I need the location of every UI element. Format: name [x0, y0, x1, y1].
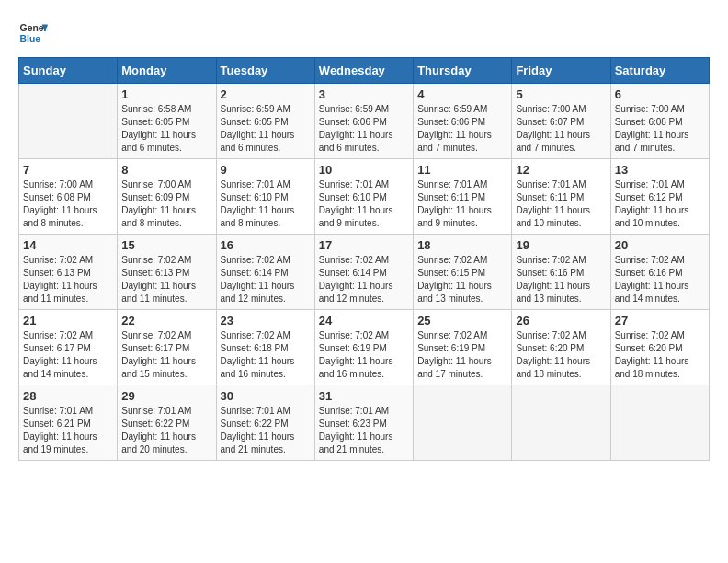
logo-icon: General Blue: [18, 18, 48, 48]
calendar-table: SundayMondayTuesdayWednesdayThursdayFrid…: [18, 57, 710, 461]
day-number: 20: [615, 238, 705, 252]
day-detail: Sunrise: 7:02 AMSunset: 6:14 PMDaylight:…: [319, 254, 409, 305]
day-number: 2: [221, 87, 311, 101]
day-cell: 27Sunrise: 7:02 AMSunset: 6:20 PMDayligh…: [610, 310, 709, 385]
day-cell: 7Sunrise: 7:00 AMSunset: 6:08 PMDaylight…: [19, 159, 118, 235]
day-detail: Sunrise: 7:01 AMSunset: 6:22 PMDaylight:…: [221, 405, 311, 456]
calendar-body: 1Sunrise: 6:58 AMSunset: 6:05 PMDaylight…: [19, 84, 710, 461]
day-cell: 4Sunrise: 6:59 AMSunset: 6:06 PMDaylight…: [414, 84, 512, 159]
day-number: 16: [221, 238, 311, 252]
day-detail: Sunrise: 7:02 AMSunset: 6:15 PMDaylight:…: [417, 254, 507, 305]
header-day-wednesday: Wednesday: [314, 58, 413, 84]
logo: General Blue: [18, 18, 51, 48]
day-number: 6: [615, 87, 705, 101]
day-number: 30: [221, 389, 311, 403]
day-cell: [512, 385, 610, 461]
day-cell: 17Sunrise: 7:02 AMSunset: 6:14 PMDayligh…: [314, 235, 413, 310]
day-number: 14: [23, 238, 113, 252]
day-cell: 23Sunrise: 7:02 AMSunset: 6:18 PMDayligh…: [216, 310, 314, 385]
page-header: General Blue: [18, 18, 710, 48]
day-cell: 29Sunrise: 7:01 AMSunset: 6:22 PMDayligh…: [118, 385, 216, 461]
day-cell: 9Sunrise: 7:01 AMSunset: 6:10 PMDaylight…: [216, 159, 314, 235]
day-detail: Sunrise: 7:02 AMSunset: 6:17 PMDaylight:…: [23, 329, 113, 381]
day-detail: Sunrise: 6:59 AMSunset: 6:05 PMDaylight:…: [221, 103, 311, 155]
day-number: 10: [319, 163, 409, 177]
day-detail: Sunrise: 7:02 AMSunset: 6:16 PMDaylight:…: [615, 254, 705, 305]
day-detail: Sunrise: 7:00 AMSunset: 6:09 PMDaylight:…: [121, 178, 211, 230]
day-number: 25: [417, 314, 507, 327]
day-cell: 5Sunrise: 7:00 AMSunset: 6:07 PMDaylight…: [512, 84, 610, 159]
day-detail: Sunrise: 6:58 AMSunset: 6:05 PMDaylight:…: [121, 103, 211, 155]
day-detail: Sunrise: 7:01 AMSunset: 6:10 PMDaylight:…: [319, 178, 409, 230]
day-cell: 28Sunrise: 7:01 AMSunset: 6:21 PMDayligh…: [19, 385, 118, 461]
day-cell: 19Sunrise: 7:02 AMSunset: 6:16 PMDayligh…: [512, 235, 610, 310]
day-number: 9: [221, 163, 311, 177]
day-cell: 6Sunrise: 7:00 AMSunset: 6:08 PMDaylight…: [610, 84, 709, 159]
day-cell: 30Sunrise: 7:01 AMSunset: 6:22 PMDayligh…: [216, 385, 314, 461]
day-number: 22: [121, 314, 211, 327]
day-number: 24: [319, 314, 409, 327]
day-detail: Sunrise: 7:02 AMSunset: 6:18 PMDaylight:…: [221, 329, 311, 381]
day-cell: 16Sunrise: 7:02 AMSunset: 6:14 PMDayligh…: [216, 235, 314, 310]
day-detail: Sunrise: 7:02 AMSunset: 6:20 PMDaylight:…: [516, 329, 606, 381]
day-number: 27: [615, 314, 705, 327]
day-cell: [19, 84, 118, 159]
day-cell: 18Sunrise: 7:02 AMSunset: 6:15 PMDayligh…: [414, 235, 512, 310]
day-cell: [414, 385, 512, 461]
day-number: 12: [516, 163, 606, 177]
day-detail: Sunrise: 7:00 AMSunset: 6:07 PMDaylight:…: [516, 103, 606, 155]
day-number: 11: [417, 163, 507, 177]
day-number: 5: [516, 87, 606, 101]
day-detail: Sunrise: 7:02 AMSunset: 6:13 PMDaylight:…: [121, 254, 211, 305]
day-cell: 31Sunrise: 7:01 AMSunset: 6:23 PMDayligh…: [314, 385, 413, 461]
svg-text:Blue: Blue: [20, 34, 41, 44]
day-number: 1: [121, 87, 211, 101]
day-detail: Sunrise: 7:02 AMSunset: 6:14 PMDaylight:…: [221, 254, 311, 305]
day-detail: Sunrise: 6:59 AMSunset: 6:06 PMDaylight:…: [319, 103, 409, 155]
header-day-sunday: Sunday: [19, 58, 118, 84]
header-day-tuesday: Tuesday: [216, 58, 314, 84]
day-number: 26: [516, 314, 606, 327]
day-detail: Sunrise: 7:02 AMSunset: 6:19 PMDaylight:…: [319, 329, 409, 381]
day-detail: Sunrise: 7:02 AMSunset: 6:20 PMDaylight:…: [615, 329, 705, 381]
day-number: 28: [23, 389, 113, 403]
week-row-3: 14Sunrise: 7:02 AMSunset: 6:13 PMDayligh…: [19, 235, 710, 310]
header-row: SundayMondayTuesdayWednesdayThursdayFrid…: [19, 58, 710, 84]
day-cell: 24Sunrise: 7:02 AMSunset: 6:19 PMDayligh…: [314, 310, 413, 385]
week-row-1: 1Sunrise: 6:58 AMSunset: 6:05 PMDaylight…: [19, 84, 710, 159]
day-cell: 15Sunrise: 7:02 AMSunset: 6:13 PMDayligh…: [118, 235, 216, 310]
day-detail: Sunrise: 7:02 AMSunset: 6:19 PMDaylight:…: [417, 329, 507, 381]
header-day-saturday: Saturday: [610, 58, 709, 84]
calendar-header: SundayMondayTuesdayWednesdayThursdayFrid…: [19, 58, 710, 84]
day-cell: 25Sunrise: 7:02 AMSunset: 6:19 PMDayligh…: [414, 310, 512, 385]
day-cell: 8Sunrise: 7:00 AMSunset: 6:09 PMDaylight…: [118, 159, 216, 235]
day-number: 31: [319, 389, 409, 403]
day-number: 7: [23, 163, 113, 177]
day-detail: Sunrise: 7:02 AMSunset: 6:16 PMDaylight:…: [516, 254, 606, 305]
day-number: 15: [121, 238, 211, 252]
day-cell: 11Sunrise: 7:01 AMSunset: 6:11 PMDayligh…: [414, 159, 512, 235]
day-number: 8: [121, 163, 211, 177]
day-cell: 12Sunrise: 7:01 AMSunset: 6:11 PMDayligh…: [512, 159, 610, 235]
day-cell: 14Sunrise: 7:02 AMSunset: 6:13 PMDayligh…: [19, 235, 118, 310]
header-day-monday: Monday: [118, 58, 216, 84]
header-day-thursday: Thursday: [414, 58, 512, 84]
week-row-5: 28Sunrise: 7:01 AMSunset: 6:21 PMDayligh…: [19, 385, 710, 461]
day-detail: Sunrise: 7:02 AMSunset: 6:13 PMDaylight:…: [23, 254, 113, 305]
day-detail: Sunrise: 7:01 AMSunset: 6:23 PMDaylight:…: [319, 405, 409, 456]
day-number: 29: [121, 389, 211, 403]
day-number: 3: [319, 87, 409, 101]
day-detail: Sunrise: 7:01 AMSunset: 6:11 PMDaylight:…: [516, 178, 606, 230]
day-number: 19: [516, 238, 606, 252]
day-cell: 2Sunrise: 6:59 AMSunset: 6:05 PMDaylight…: [216, 84, 314, 159]
day-cell: 26Sunrise: 7:02 AMSunset: 6:20 PMDayligh…: [512, 310, 610, 385]
day-detail: Sunrise: 7:01 AMSunset: 6:21 PMDaylight:…: [23, 405, 113, 456]
day-number: 21: [23, 314, 113, 327]
day-number: 17: [319, 238, 409, 252]
day-detail: Sunrise: 7:00 AMSunset: 6:08 PMDaylight:…: [615, 103, 705, 155]
day-cell: [610, 385, 709, 461]
day-number: 13: [615, 163, 705, 177]
day-detail: Sunrise: 7:00 AMSunset: 6:08 PMDaylight:…: [23, 178, 113, 230]
week-row-2: 7Sunrise: 7:00 AMSunset: 6:08 PMDaylight…: [19, 159, 710, 235]
day-cell: 21Sunrise: 7:02 AMSunset: 6:17 PMDayligh…: [19, 310, 118, 385]
